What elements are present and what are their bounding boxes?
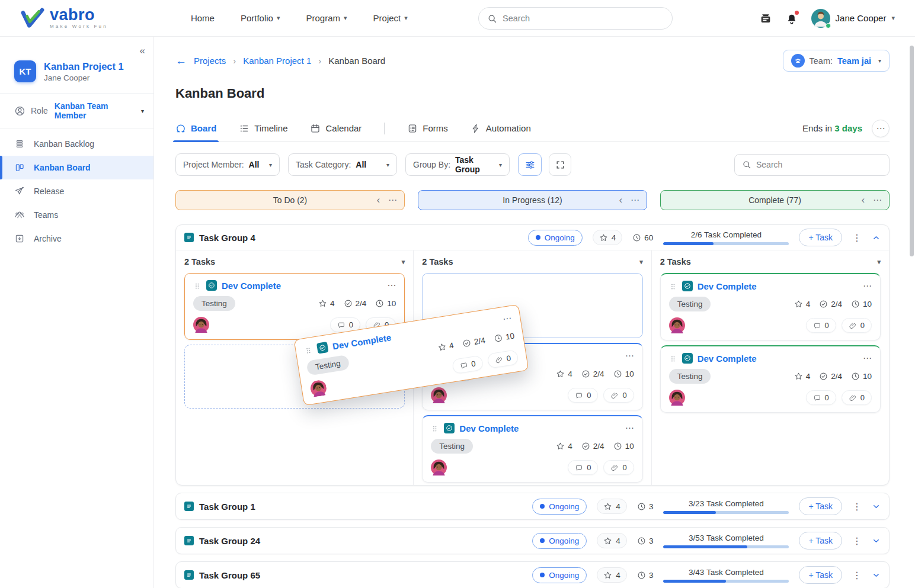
- rating-badge: 4: [597, 499, 627, 514]
- board-search-input[interactable]: [756, 160, 882, 169]
- board-settings-button[interactable]: [518, 153, 542, 176]
- collapse-column-icon[interactable]: ‹: [377, 195, 380, 205]
- attachments-badge[interactable]: 0: [842, 318, 872, 333]
- assignee-avatar[interactable]: [669, 390, 685, 406]
- breadcrumb-kanban-project[interactable]: Kanban Project 1: [243, 56, 311, 66]
- nav-home[interactable]: Home: [191, 13, 215, 23]
- task-card[interactable]: Dev Complete ⋯ Testing 4 2/4 10: [660, 345, 881, 413]
- tab-timeline[interactable]: Timeline: [239, 115, 287, 142]
- nav-portfolio[interactable]: Portfolio▾: [241, 13, 280, 23]
- team-selector[interactable]: Team: Team jai ▾: [783, 50, 890, 72]
- project-member-filter[interactable]: Project Member: All ▾: [175, 153, 280, 176]
- sidebar-item-kanban-backlog[interactable]: Kanban Backlog: [0, 132, 153, 156]
- assignee-avatar[interactable]: [193, 317, 209, 333]
- tab-calendar[interactable]: Calendar: [310, 115, 361, 142]
- sidebar-item-teams[interactable]: Teams: [0, 203, 153, 227]
- more-horizontal-icon[interactable]: ⋯: [631, 195, 639, 205]
- assignee-avatar[interactable]: [669, 317, 685, 333]
- expand-group-icon[interactable]: [872, 536, 881, 545]
- attachments-badge: 0: [487, 349, 519, 369]
- task-group-row[interactable]: Task Group 24 Ongoing 4 3 3/53 Task Comp…: [175, 527, 890, 554]
- task-title-link[interactable]: Dev Complete: [332, 332, 392, 351]
- tab-forms[interactable]: Forms: [407, 115, 448, 142]
- star-icon: [603, 536, 612, 545]
- check-circle-icon: [819, 300, 828, 309]
- task-title-link[interactable]: Dev Complete: [698, 354, 757, 364]
- sidebar-item-kanban-board[interactable]: Kanban Board: [0, 156, 153, 179]
- add-task-button[interactable]: + Task: [799, 229, 842, 246]
- comments-badge[interactable]: 0: [806, 390, 836, 405]
- tab-board[interactable]: Board: [175, 115, 216, 142]
- nav-program[interactable]: Program▾: [306, 13, 347, 23]
- more-vertical-icon[interactable]: ⋮: [852, 535, 862, 547]
- collapse-group-icon[interactable]: [872, 233, 881, 242]
- drag-handle-icon[interactable]: [193, 281, 201, 290]
- comments-badge[interactable]: 0: [806, 318, 836, 333]
- more-vertical-icon[interactable]: ⋮: [852, 501, 862, 512]
- attachments-badge[interactable]: 0: [603, 460, 634, 475]
- more-horizontal-icon[interactable]: ⋯: [863, 353, 872, 364]
- add-task-button[interactable]: + Task: [799, 497, 842, 515]
- column-header-inprogress[interactable]: In Progress (12) ‹⋯: [418, 190, 647, 210]
- task-title-link[interactable]: Dev Complete: [459, 423, 519, 433]
- more-horizontal-icon[interactable]: ⋯: [863, 281, 872, 291]
- role-selector[interactable]: Role Kanban Team Member ▾: [0, 94, 153, 128]
- more-vertical-icon[interactable]: ⋮: [852, 232, 862, 243]
- collapse-sidebar-icon[interactable]: «: [140, 45, 145, 57]
- scrollbar[interactable]: [910, 46, 914, 256]
- expand-group-icon[interactable]: [872, 571, 881, 580]
- expand-group-icon[interactable]: [872, 502, 881, 511]
- breadcrumb-projects[interactable]: Projects: [194, 56, 226, 66]
- activity-feed-icon[interactable]: [759, 12, 772, 25]
- drag-handle-icon[interactable]: [431, 423, 439, 433]
- more-horizontal-icon[interactable]: ⋯: [387, 280, 396, 291]
- column-header-todo[interactable]: To Do (2) ‹⋯: [175, 190, 405, 210]
- task-title-link[interactable]: Dev Complete: [698, 281, 757, 291]
- task-card[interactable]: Dev Complete ⋯ Testing 4 2/4 10: [422, 415, 642, 483]
- caret-down-icon[interactable]: ▾: [402, 258, 405, 266]
- group-by-filter[interactable]: Group By: Task Group ▾: [405, 153, 510, 176]
- drag-handle-icon[interactable]: [303, 345, 313, 355]
- task-group-row[interactable]: Task Group 1 Ongoing 4 3 3/23 Task Compl…: [175, 493, 890, 520]
- task-category-filter[interactable]: Task Category: All ▾: [288, 153, 397, 176]
- column-header-complete[interactable]: Complete (77) ‹⋯: [660, 190, 890, 210]
- app-logo[interactable]: vabro Make Work Fun: [20, 7, 108, 29]
- fullscreen-button[interactable]: [549, 153, 571, 176]
- collapse-column-icon[interactable]: ‹: [619, 195, 622, 205]
- star-icon: [556, 369, 565, 378]
- attachments-badge[interactable]: 0: [842, 390, 872, 405]
- nav-project[interactable]: Project▾: [373, 13, 408, 23]
- more-vertical-icon[interactable]: ⋮: [852, 570, 862, 581]
- more-horizontal-icon[interactable]: ⋯: [502, 313, 513, 324]
- sidebar-item-archive[interactable]: Archive: [0, 227, 153, 250]
- more-horizontal-icon[interactable]: ⋯: [625, 423, 634, 433]
- more-horizontal-icon[interactable]: ⋯: [873, 195, 882, 205]
- attachments-badge[interactable]: 0: [603, 388, 634, 403]
- task-group-row[interactable]: Task Group 65 Ongoing 4 3 3/43 Task Comp…: [175, 561, 890, 588]
- more-horizontal-icon[interactable]: ⋯: [872, 120, 890, 137]
- comments-badge[interactable]: 0: [568, 460, 598, 475]
- status-badge[interactable]: Ongoing: [532, 567, 587, 583]
- caret-down-icon[interactable]: ▾: [639, 258, 643, 266]
- status-badge[interactable]: Ongoing: [528, 230, 583, 246]
- user-menu[interactable]: Jane Cooper ▾: [811, 9, 895, 28]
- add-task-button[interactable]: + Task: [799, 532, 842, 550]
- drag-handle-icon[interactable]: [669, 281, 677, 291]
- task-title-link[interactable]: Dev Complete: [222, 281, 281, 291]
- assignee-avatar[interactable]: [431, 460, 447, 475]
- task-card[interactable]: Dev Complete ⋯ Testing 4 2/4 10: [660, 273, 881, 340]
- tab-automation[interactable]: Automation: [471, 115, 531, 142]
- collapse-column-icon[interactable]: ‹: [862, 195, 865, 205]
- status-badge[interactable]: Ongoing: [532, 499, 587, 515]
- more-horizontal-icon[interactable]: ⋯: [388, 195, 397, 205]
- more-horizontal-icon[interactable]: ⋯: [625, 351, 634, 361]
- back-arrow-icon[interactable]: ←: [175, 54, 187, 68]
- caret-down-icon[interactable]: ▾: [877, 258, 881, 266]
- global-search-input[interactable]: [503, 14, 664, 23]
- notifications-bell-icon[interactable]: [785, 11, 798, 26]
- drag-handle-icon[interactable]: [669, 354, 677, 363]
- comments-badge[interactable]: 0: [568, 388, 598, 403]
- sidebar-item-release[interactable]: Release: [0, 179, 153, 203]
- add-task-button[interactable]: + Task: [799, 566, 842, 584]
- status-badge[interactable]: Ongoing: [532, 533, 587, 549]
